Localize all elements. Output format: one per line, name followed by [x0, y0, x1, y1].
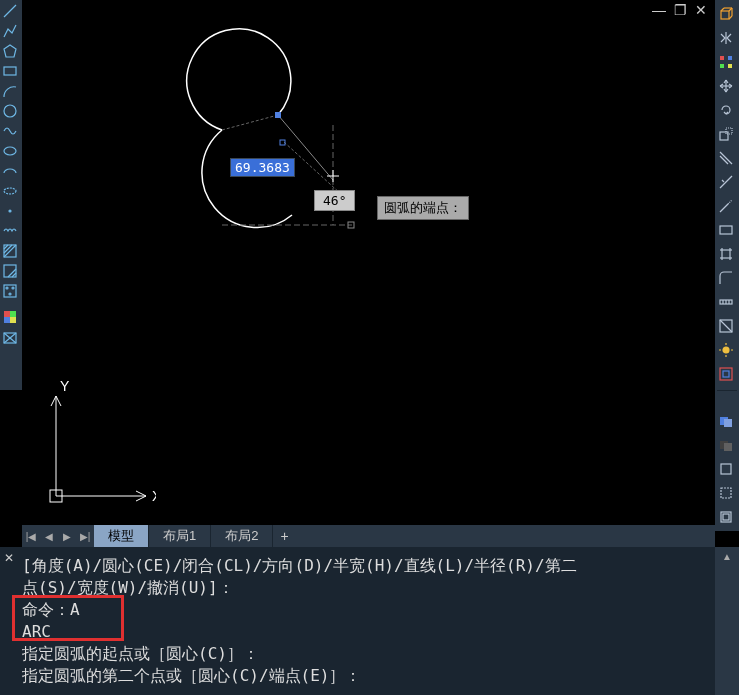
- box2-icon[interactable]: [715, 507, 737, 527]
- prompt-tooltip: 圆弧的端点：: [377, 196, 469, 220]
- svg-rect-21: [10, 317, 16, 323]
- tab-model[interactable]: 模型: [94, 525, 149, 547]
- cloud-tool[interactable]: [0, 182, 20, 200]
- tab-first-button[interactable]: |◀: [22, 526, 40, 546]
- angle-display: 46°: [314, 190, 355, 211]
- sun-icon[interactable]: [715, 340, 737, 360]
- tab-last-button[interactable]: ▶|: [76, 526, 94, 546]
- svg-line-13: [12, 273, 16, 277]
- box-icon[interactable]: [715, 459, 737, 479]
- polygon-tool[interactable]: [0, 42, 20, 60]
- svg-line-56: [720, 320, 732, 332]
- minimize-button[interactable]: —: [652, 2, 666, 18]
- gradient-tool[interactable]: [0, 282, 20, 300]
- cmd-history-line: 命令：A: [22, 599, 711, 621]
- edit-icon[interactable]: [715, 316, 737, 336]
- right-toolbar: [715, 0, 739, 531]
- svg-line-45: [728, 200, 732, 204]
- svg-line-43: [722, 180, 724, 182]
- svg-rect-39: [726, 128, 732, 134]
- scroll-up-button[interactable]: ▲: [715, 547, 739, 565]
- trim-icon[interactable]: [715, 172, 737, 192]
- layer1-icon[interactable]: [715, 411, 737, 431]
- svg-rect-71: [723, 514, 729, 520]
- svg-line-84: [51, 396, 56, 406]
- tabs-bar: |◀ ◀ ▶ ▶| 模型 布局1 布局2 +: [22, 525, 715, 547]
- svg-rect-78: [280, 140, 285, 145]
- maximize-button[interactable]: ❐: [674, 2, 687, 18]
- command-close-button[interactable]: ✕: [4, 551, 14, 565]
- svg-rect-65: [724, 419, 732, 427]
- cmd-history-line: 指定圆弧的起点或［圆心(C)］：: [22, 643, 711, 665]
- cmd-history-line: ARC: [22, 621, 711, 643]
- svg-point-17: [9, 293, 11, 295]
- color-tool[interactable]: [0, 308, 20, 326]
- scale-icon[interactable]: [715, 124, 737, 144]
- array-icon[interactable]: [715, 52, 737, 72]
- svg-line-44: [720, 204, 728, 212]
- tab-next-button[interactable]: ▶: [58, 526, 76, 546]
- svg-rect-20: [4, 317, 10, 323]
- measure-icon[interactable]: [715, 292, 737, 312]
- svg-rect-62: [720, 368, 732, 380]
- circle-tool[interactable]: [0, 102, 20, 120]
- svg-rect-68: [721, 464, 731, 474]
- ellipse-tool[interactable]: [0, 142, 20, 160]
- close-button[interactable]: ✕: [695, 2, 707, 18]
- svg-rect-38: [720, 132, 728, 140]
- group-icon[interactable]: [715, 364, 737, 384]
- arc-tool[interactable]: [0, 82, 20, 100]
- revcloud-tool[interactable]: [0, 222, 20, 240]
- line-tool[interactable]: [0, 2, 20, 20]
- layer2-icon[interactable]: [715, 435, 737, 455]
- svg-rect-80: [348, 222, 354, 228]
- tab-add-button[interactable]: +: [273, 528, 295, 544]
- break-icon[interactable]: [715, 220, 737, 240]
- left-toolbar: [0, 0, 22, 390]
- move-icon[interactable]: [715, 76, 737, 96]
- svg-text:X: X: [152, 488, 156, 504]
- origin-tool[interactable]: [0, 328, 20, 346]
- ellipse-arc-tool[interactable]: [0, 162, 20, 180]
- command-area[interactable]: ✕ [角度(A)/圆心(CE)/闭合(CL)/方向(D)/半宽(H)/直线(L)…: [0, 547, 715, 695]
- rotate-icon[interactable]: [715, 100, 737, 120]
- ucs-icon: Y X: [36, 381, 156, 515]
- cmd-history-line: 点(S)/宽度(W)/撤消(U)]：: [22, 577, 711, 599]
- cube-icon[interactable]: [715, 4, 737, 24]
- hatch-tool[interactable]: [0, 242, 20, 260]
- tab-layout2[interactable]: 布局2: [211, 525, 273, 547]
- tab-prev-button[interactable]: ◀: [40, 526, 58, 546]
- fillet-icon[interactable]: [715, 268, 737, 288]
- dash-icon[interactable]: [715, 483, 737, 503]
- stretch-icon[interactable]: [715, 148, 737, 168]
- fence-icon[interactable]: [715, 244, 737, 264]
- svg-point-15: [6, 287, 8, 289]
- spline-tool[interactable]: [0, 122, 20, 140]
- svg-point-4: [4, 147, 16, 155]
- cmd-prompt-line: 指定圆弧的第二个点或［圆心(C)/端点(E)］：: [22, 665, 711, 687]
- svg-rect-25: [721, 11, 729, 19]
- rect-tool[interactable]: [0, 62, 20, 80]
- svg-line-87: [136, 491, 146, 496]
- svg-marker-1: [4, 45, 16, 57]
- svg-rect-34: [720, 64, 724, 68]
- mirror-icon[interactable]: [715, 28, 737, 48]
- svg-line-42: [720, 176, 732, 188]
- svg-line-85: [56, 396, 61, 406]
- svg-rect-77: [275, 112, 281, 118]
- hatch2-tool[interactable]: [0, 262, 20, 280]
- svg-line-88: [136, 496, 146, 501]
- svg-point-3: [4, 105, 16, 117]
- drawing-canvas[interactable]: — ❐ ✕ 69.3683 46° 圆弧的端点： Y X: [22, 0, 715, 525]
- distance-input[interactable]: 69.3683: [230, 158, 295, 177]
- point-tool[interactable]: [0, 202, 20, 220]
- svg-point-6: [9, 210, 11, 212]
- window-controls: — ❐ ✕: [652, 2, 707, 18]
- svg-line-41: [720, 156, 728, 164]
- tab-layout1[interactable]: 布局1: [149, 525, 211, 547]
- svg-point-5: [4, 188, 16, 194]
- svg-rect-63: [723, 371, 729, 377]
- extend-icon[interactable]: [715, 196, 737, 216]
- command-scrollbar: ▲: [715, 547, 739, 695]
- polyline-tool[interactable]: [0, 22, 20, 40]
